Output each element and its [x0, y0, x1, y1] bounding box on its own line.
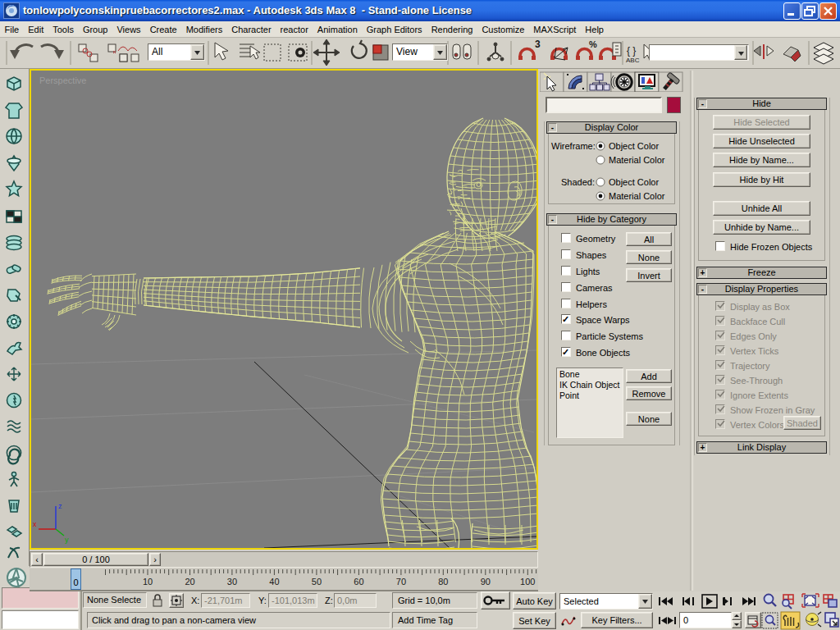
svg-text:30: 30: [227, 577, 237, 587]
svg-text:100: 100: [520, 577, 535, 587]
svg-text:80: 80: [438, 577, 448, 587]
svg-text:20: 20: [185, 577, 194, 587]
svg-text:{ }: { }: [627, 45, 636, 57]
svg-text:y: y: [65, 536, 69, 544]
svg-text:3: 3: [535, 39, 541, 50]
svg-text:ABC: ABC: [626, 57, 640, 64]
svg-text:z: z: [58, 502, 62, 510]
svg-text:%: %: [589, 39, 597, 49]
svg-text:90: 90: [481, 577, 491, 587]
svg-text:70: 70: [396, 577, 406, 587]
svg-text:40: 40: [269, 577, 279, 587]
svg-text:x: x: [33, 520, 37, 528]
svg-text:10: 10: [143, 577, 153, 587]
svg-text:60: 60: [354, 577, 363, 587]
svg-text:50: 50: [312, 577, 322, 587]
